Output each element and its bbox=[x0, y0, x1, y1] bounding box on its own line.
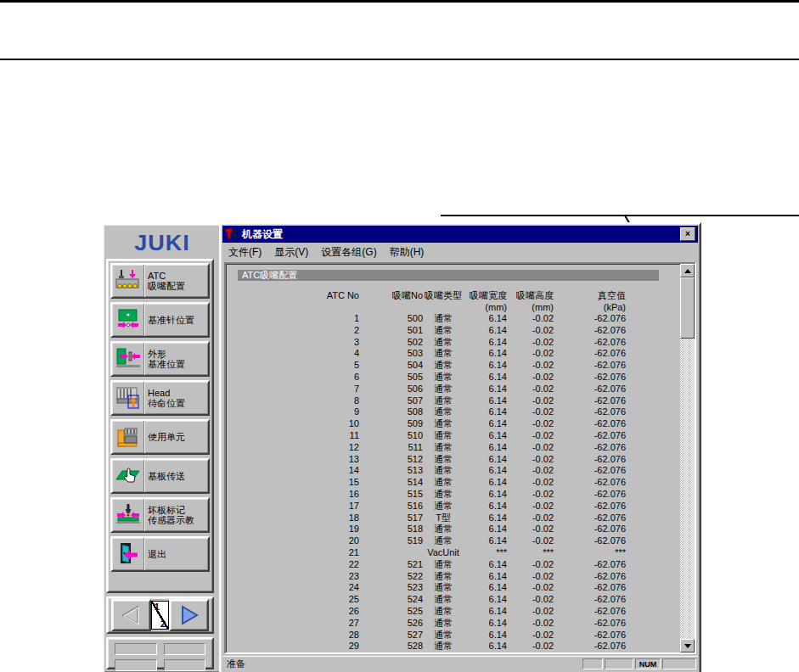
cell-nozzle-width: 6.14 bbox=[464, 512, 507, 524]
cell-nozzle-no: 523 bbox=[359, 582, 423, 594]
empty-slot bbox=[115, 643, 157, 655]
sidebar-item-board-transfer[interactable]: 基板传送 bbox=[110, 458, 210, 494]
exit-door-icon bbox=[112, 538, 144, 570]
empty-slot bbox=[164, 659, 206, 671]
cell-nozzle-height: -0.02 bbox=[507, 501, 554, 512]
header-rule bbox=[0, 59, 799, 60]
machine-settings-window: 机器设置 × 文件(F) 显示(V) 设置各组(G) 帮助(H) ATC吸嘴配置… bbox=[219, 222, 701, 672]
cell-vacuum: -62.076 bbox=[554, 325, 626, 337]
table-row: 24 523 通常 6.14 -0.02 -62.076 bbox=[226, 582, 632, 594]
next-page-button[interactable] bbox=[169, 599, 209, 631]
cell-atc-no: 15 bbox=[226, 477, 359, 489]
table-row: 3 502 通常 6.14 -0.02 -62.076 bbox=[226, 337, 632, 349]
cell-nozzle-no: 528 bbox=[359, 641, 423, 652]
board-transfer-icon bbox=[112, 460, 144, 492]
cell-nozzle-width: 6.14 bbox=[464, 489, 507, 501]
cell-nozzle-height: -0.02 bbox=[507, 430, 554, 442]
cell-nozzle-width: *** bbox=[464, 547, 507, 559]
status-cell bbox=[662, 658, 696, 669]
table-row: 6 505 通常 6.14 -0.02 -62.076 bbox=[226, 372, 632, 384]
sidebar-item-head-standby-position[interactable]: Head 待命位置 bbox=[110, 380, 210, 416]
cell-nozzle-no: 509 bbox=[359, 418, 423, 430]
cell-nozzle-type: 通常 bbox=[423, 606, 464, 618]
sidebar-item-reference-pin-position[interactable]: 基准针位置 bbox=[110, 302, 210, 338]
cell-nozzle-type: T型 bbox=[423, 512, 464, 524]
cell-vacuum: -62.076 bbox=[554, 348, 626, 360]
sidebar-item-atc-nozzle-config[interactable]: ATC 吸嘴配置 bbox=[110, 263, 210, 299]
table-row: 14 513 通常 6.14 -0.02 -62.076 bbox=[226, 465, 632, 477]
cell-vacuum: -62.076 bbox=[554, 618, 626, 630]
cell-nozzle-type: 通常 bbox=[423, 594, 464, 606]
cell-nozzle-width: 6.14 bbox=[464, 418, 507, 430]
close-button[interactable]: × bbox=[680, 227, 695, 241]
cell-vacuum: -62.076 bbox=[554, 559, 626, 571]
scrollbar-thumb[interactable] bbox=[680, 277, 695, 339]
cell-nozzle-height: -0.02 bbox=[507, 313, 554, 325]
status-bar: 准备 NUM bbox=[222, 656, 698, 671]
sidebar-item-used-unit[interactable]: 使用单元 bbox=[110, 419, 210, 455]
close-icon: × bbox=[685, 230, 690, 238]
cell-nozzle-type: 通常 bbox=[423, 348, 464, 360]
sidebar-item-bad-mark-sensor-teach[interactable]: 坏板标记 传感器示教 bbox=[110, 497, 210, 533]
table-row: 18 517 T型 6.14 -0.02 -62.076 bbox=[226, 512, 632, 524]
cell-vacuum: -62.076 bbox=[554, 406, 626, 418]
menu-item[interactable]: 文件(F) bbox=[228, 245, 262, 260]
cell-nozzle-height: -0.02 bbox=[507, 465, 554, 477]
menu-item[interactable]: 帮助(H) bbox=[390, 245, 425, 260]
cell-atc-no: 17 bbox=[226, 501, 359, 512]
cell-nozzle-height: -0.02 bbox=[507, 325, 554, 337]
status-cells: NUM bbox=[582, 658, 698, 669]
cell-nozzle-width: 6.14 bbox=[464, 360, 507, 372]
cell-vacuum: -62.076 bbox=[554, 313, 626, 325]
scroll-up-button[interactable] bbox=[680, 264, 695, 277]
table-row: 15 514 通常 6.14 -0.02 -62.076 bbox=[226, 477, 632, 489]
unit-cell bbox=[423, 301, 464, 313]
cell-nozzle-no: 518 bbox=[359, 524, 423, 535]
table-row: 12 511 通常 6.14 -0.02 -62.076 bbox=[226, 442, 632, 454]
cell-nozzle-height: -0.02 bbox=[507, 535, 554, 547]
unit-cell bbox=[226, 301, 359, 313]
cell-vacuum: -62.076 bbox=[554, 582, 626, 594]
status-cell bbox=[605, 658, 633, 669]
outline-reference-icon bbox=[112, 343, 144, 375]
cell-nozzle-no: 503 bbox=[359, 348, 423, 360]
sidebar-item-outline-reference-position[interactable]: 外形 基准位置 bbox=[110, 341, 210, 377]
cell-nozzle-height: -0.02 bbox=[507, 630, 554, 641]
vertical-scrollbar[interactable] bbox=[680, 264, 695, 652]
table-row: 7 506 通常 6.14 -0.02 -62.076 bbox=[226, 384, 632, 395]
sidebar-item-exit[interactable]: 退出 bbox=[110, 536, 210, 572]
cell-nozzle-width: 6.14 bbox=[464, 477, 507, 489]
cell-nozzle-no: 512 bbox=[359, 454, 423, 466]
cell-atc-no: 18 bbox=[226, 512, 359, 524]
col-header-atc-no: ATC No bbox=[226, 289, 359, 301]
cell-nozzle-width: 6.14 bbox=[464, 372, 507, 384]
cell-atc-no: 14 bbox=[226, 465, 359, 477]
cell-nozzle-width: 6.14 bbox=[464, 442, 507, 454]
cell-vacuum: -62.076 bbox=[554, 418, 626, 430]
cell-nozzle-no: 525 bbox=[359, 606, 423, 618]
cell-vacuum: -62.076 bbox=[554, 337, 626, 349]
cell-nozzle-height: -0.02 bbox=[507, 442, 554, 454]
cell-vacuum: -62.076 bbox=[554, 512, 626, 524]
scroll-down-button[interactable] bbox=[680, 639, 695, 652]
prev-page-button[interactable] bbox=[111, 599, 151, 631]
sidebar-button-panel: ATC 吸嘴配置 基准针位置 bbox=[106, 259, 214, 593]
next-page-icon bbox=[175, 603, 204, 627]
title-bar[interactable]: 机器设置 × bbox=[222, 226, 698, 243]
cell-atc-no: 13 bbox=[226, 454, 359, 466]
menu-item[interactable]: 显示(V) bbox=[274, 245, 308, 260]
sidebar-item-label: ATC bbox=[148, 271, 208, 281]
cell-vacuum: -62.076 bbox=[554, 465, 626, 477]
sidebar-item-label: 吸嘴配置 bbox=[148, 281, 208, 291]
cell-nozzle-no: 504 bbox=[359, 360, 423, 372]
empty-slot bbox=[164, 643, 206, 655]
cell-nozzle-height: -0.02 bbox=[507, 618, 554, 630]
cell-nozzle-width: 6.14 bbox=[464, 571, 507, 583]
cell-vacuum: -62.076 bbox=[554, 477, 626, 489]
table-row: 1 500 通常 6.14 -0.02 -62.076 bbox=[226, 313, 632, 325]
table-row: 2 501 通常 6.14 -0.02 -62.076 bbox=[226, 325, 632, 337]
atc-nozzle-icon bbox=[112, 265, 144, 297]
cell-nozzle-type: 通常 bbox=[423, 384, 464, 395]
menu-item[interactable]: 设置各组(G) bbox=[321, 245, 376, 260]
sidebar-item-label: 外形 bbox=[148, 349, 208, 359]
